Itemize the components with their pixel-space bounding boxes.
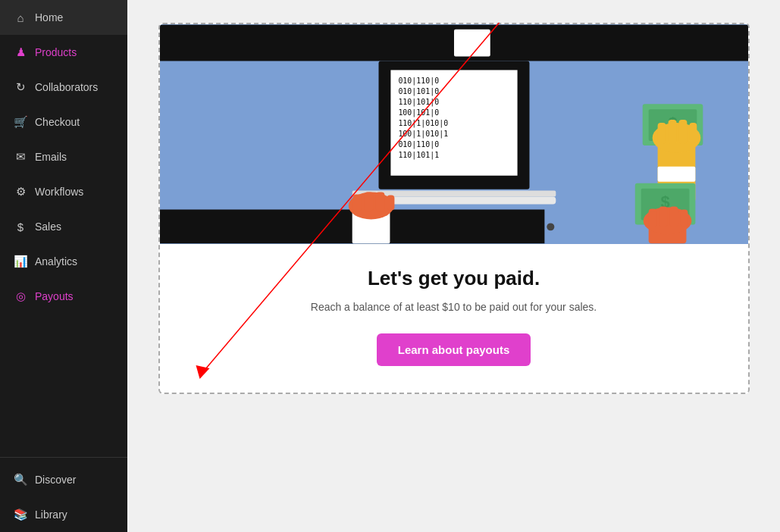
sidebar-item-discover[interactable]: 🔍 Discover [0, 462, 127, 497]
sidebar-item-payouts[interactable]: ◎ Payouts [0, 279, 127, 314]
svg-text:100|101|0: 100|101|0 [398, 108, 439, 117]
sidebar-item-products[interactable]: ♟ Products [0, 35, 127, 70]
analytics-icon: 📊 [14, 255, 27, 268]
sidebar-item-label: Payouts [35, 290, 74, 302]
svg-text:110|1|010|0: 110|1|010|0 [398, 119, 448, 128]
svg-rect-24 [387, 196, 394, 211]
sidebar-item-emails[interactable]: ✉ Emails [0, 139, 127, 174]
svg-rect-40 [648, 208, 656, 227]
main-content: 010|110|0 010|101|0 110|101|0 100|101|0 … [127, 0, 780, 532]
sales-icon: $ [14, 220, 27, 233]
svg-text:100|1|010|1: 100|1|010|1 [398, 130, 448, 139]
workflows-icon: ⚙ [14, 185, 27, 199]
card-body: Let's get you paid. Reach a balance of a… [160, 244, 748, 393]
sidebar-divider [0, 457, 127, 458]
sidebar-item-label: Emails [35, 151, 67, 163]
sidebar-item-sales[interactable]: $ Sales [0, 209, 127, 244]
svg-rect-4 [454, 30, 490, 57]
home-icon: ⌂ [14, 11, 27, 24]
sidebar-item-workflows[interactable]: ⚙ Workflows [0, 174, 127, 209]
sidebar: ⌂ Home ♟ Products ↻ Collaborators 🛒 Chec… [0, 0, 127, 532]
emails-icon: ✉ [14, 150, 27, 164]
svg-rect-31 [668, 120, 676, 144]
checkout-icon: 🛒 [14, 115, 27, 129]
sidebar-item-label: Library [35, 509, 67, 521]
svg-rect-33 [689, 123, 697, 142]
svg-rect-42 [669, 207, 678, 227]
svg-rect-22 [364, 192, 373, 211]
sidebar-item-label: Discover [35, 474, 76, 486]
svg-text:010|101|0: 010|101|0 [398, 87, 439, 96]
payouts-icon: ◎ [14, 289, 27, 303]
svg-text:010|110|0: 010|110|0 [398, 77, 439, 86]
svg-rect-43 [680, 209, 688, 226]
svg-rect-30 [657, 123, 666, 144]
products-icon: ♟ [14, 45, 27, 59]
sidebar-item-label: Checkout [35, 116, 80, 128]
sidebar-item-label: Collaborators [35, 81, 98, 93]
library-icon: 📚 [14, 508, 27, 521]
svg-rect-41 [659, 207, 667, 227]
sidebar-item-collaborators[interactable]: ↻ Collaborators [0, 70, 127, 105]
sidebar-item-library[interactable]: 📚 Library [0, 497, 127, 532]
payouts-content-card: 010|110|0 010|101|0 110|101|0 100|101|0 … [158, 23, 750, 394]
sidebar-item-checkout[interactable]: 🛒 Checkout [0, 105, 127, 139]
collaborators-icon: ↻ [14, 80, 27, 94]
sidebar-item-label: Workflows [35, 186, 83, 198]
svg-rect-23 [375, 192, 384, 211]
illustration-svg: 010|110|0 010|101|0 110|101|0 100|101|0 … [160, 24, 748, 244]
svg-text:110|101|0: 110|101|0 [398, 98, 439, 107]
sidebar-item-analytics[interactable]: 📊 Analytics [0, 244, 127, 279]
card-title: Let's get you paid. [175, 267, 733, 290]
sidebar-item-label: Analytics [35, 255, 77, 268]
learn-about-payouts-button[interactable]: Learn about payouts [377, 333, 531, 366]
svg-rect-34 [657, 167, 695, 182]
sidebar-item-label: Sales [35, 221, 61, 233]
svg-text:010|110|0: 010|110|0 [398, 140, 439, 149]
sidebar-item-label: Products [35, 46, 77, 58]
card-subtitle: Reach a balance of at least $10 to be pa… [175, 299, 733, 315]
svg-text:110|101|1: 110|101|1 [398, 151, 439, 160]
payouts-illustration: 010|110|0 010|101|0 110|101|0 100|101|0 … [160, 24, 748, 244]
discover-icon: 🔍 [14, 473, 27, 487]
sidebar-item-label: Home [35, 11, 63, 23]
svg-rect-21 [352, 195, 362, 211]
sidebar-item-home[interactable]: ⌂ Home [0, 0, 127, 35]
svg-point-6 [547, 223, 554, 230]
svg-rect-32 [678, 120, 687, 144]
